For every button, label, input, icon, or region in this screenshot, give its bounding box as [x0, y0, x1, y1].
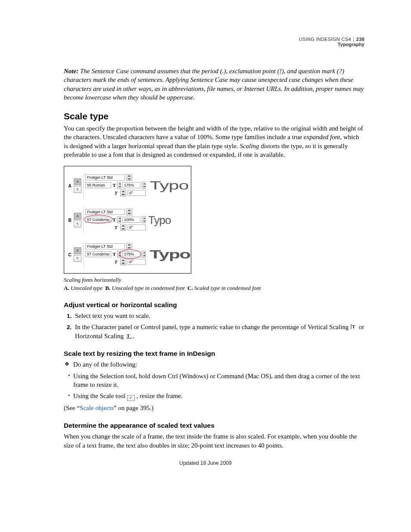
- para-formatting-icon[interactable]: ¶: [74, 255, 81, 262]
- intro-paragraph: You can specify the proportion between t…: [64, 124, 364, 159]
- row-label: A: [66, 184, 74, 188]
- note-paragraph: Note: The Sentence Case command assumes …: [64, 67, 364, 102]
- row-label: C: [66, 252, 74, 257]
- sample-text: Typo: [146, 248, 209, 261]
- doc-title: USING INDESIGN CS4: [299, 37, 351, 42]
- skew-field[interactable]: [128, 224, 146, 230]
- figure-row-a: A A ¶ T: [64, 172, 191, 207]
- skew-icon: T: [113, 190, 119, 196]
- sample-text: Typo: [146, 214, 187, 227]
- adjust-steps: Select text you want to scale. In the Ch…: [64, 311, 364, 340]
- figure-row-b: B A ¶ T: [64, 207, 191, 241]
- skew-field[interactable]: [128, 259, 146, 265]
- heading-scale-type: Scale type: [64, 111, 364, 121]
- list-item: Using the Selection tool, hold down Ctrl…: [68, 372, 364, 389]
- determine-body: When you change the scale of a frame, th…: [64, 432, 364, 450]
- font-style-field[interactable]: [85, 217, 111, 223]
- horizontal-scale-icon: T: [112, 183, 116, 188]
- chapter-title: Typography: [299, 42, 364, 47]
- note-label: Note:: [64, 68, 78, 75]
- skew-icon: T: [113, 259, 119, 264]
- font-style-field[interactable]: [85, 251, 111, 257]
- horizontal-scale-icon: T: [125, 333, 133, 341]
- hscale-stepper2[interactable]: [142, 251, 146, 258]
- font-family-stepper[interactable]: [126, 243, 132, 250]
- char-formatting-icon[interactable]: A: [74, 247, 81, 254]
- horizontal-scale-icon: T: [112, 252, 116, 257]
- link-scale-objects[interactable]: Scale objects: [80, 404, 114, 411]
- figure-scaling-fonts: A A ¶ T: [64, 166, 191, 274]
- para-formatting-icon[interactable]: ¶: [74, 221, 81, 227]
- skew-stepper[interactable]: [120, 190, 126, 196]
- horizontal-scale-icon: T: [112, 217, 116, 222]
- hscale-stepper2[interactable]: [142, 216, 146, 223]
- heading-adjust-scaling: Adjust vertical or horizontal scaling: [64, 301, 364, 309]
- skew-stepper[interactable]: [120, 224, 126, 231]
- see-also: (See “Scale objects” on page 395.): [64, 404, 364, 412]
- page-footer: Updated 18 June 2009: [0, 460, 411, 466]
- hscale-stepper[interactable]: [117, 251, 121, 258]
- heading-scale-by-frame: Scale text by resizing the text frame in…: [64, 350, 364, 358]
- list-item: Select text you want to scale.: [73, 311, 364, 320]
- page-number: 238: [353, 37, 364, 42]
- font-family-stepper[interactable]: [126, 208, 132, 215]
- font-family-field[interactable]: [85, 209, 125, 215]
- resize-bullets: Using the Selection tool, hold down Ctrl…: [64, 372, 364, 401]
- svg-text:T: T: [352, 324, 355, 329]
- font-family-field[interactable]: [85, 243, 125, 249]
- scale-tool-icon: ⤢: [127, 395, 135, 401]
- skew-stepper[interactable]: [120, 258, 126, 265]
- figure-legend: A. Unscaled type B. Unscaled type in con…: [64, 284, 364, 292]
- vertical-scale-icon: T: [350, 324, 357, 332]
- row-label: B: [66, 218, 74, 223]
- font-family-field[interactable]: [85, 174, 125, 180]
- font-style-field[interactable]: [85, 182, 111, 188]
- skew-icon: T: [113, 225, 119, 230]
- figure-caption: Scaling fonts horizontally: [64, 276, 364, 284]
- heading-determine-appearance: Determine the appearance of scaled text …: [64, 422, 364, 429]
- hscale-field[interactable]: [122, 251, 140, 257]
- note-text: The Sentence Case command assumes that t…: [64, 68, 364, 101]
- char-formatting-icon[interactable]: A: [74, 213, 81, 220]
- hscale-stepper[interactable]: [117, 182, 121, 189]
- para-formatting-icon[interactable]: ¶: [74, 186, 81, 193]
- lead-line: Do any of the following:: [64, 360, 364, 369]
- running-header: USING INDESIGN CS4238 Typography: [299, 37, 364, 47]
- figure-row-c: C A ¶ T: [64, 241, 191, 271]
- skew-field[interactable]: [128, 190, 146, 196]
- hscale-field[interactable]: [122, 182, 140, 188]
- svg-text:T: T: [127, 333, 130, 338]
- list-item: In the Character panel or Control panel,…: [73, 323, 364, 340]
- hscale-stepper2[interactable]: [142, 182, 146, 189]
- hscale-field[interactable]: [122, 217, 140, 223]
- hscale-stepper[interactable]: [117, 216, 121, 223]
- char-formatting-icon[interactable]: A: [74, 178, 81, 185]
- sample-text: Typo: [146, 179, 211, 193]
- font-family-stepper[interactable]: [126, 174, 132, 181]
- list-item: Using the Scale tool ⤢ , resize the fram…: [68, 392, 364, 401]
